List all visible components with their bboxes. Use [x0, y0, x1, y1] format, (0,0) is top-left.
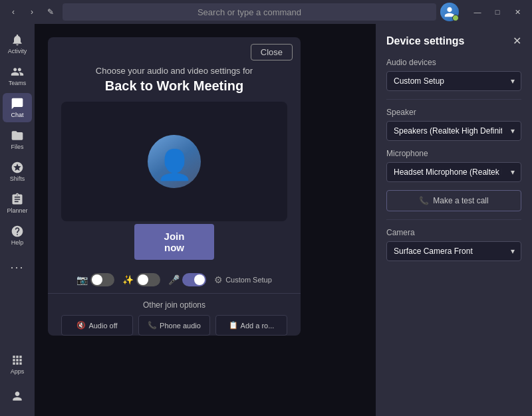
microphone-label: Microphone: [386, 149, 521, 158]
edit-button[interactable]: ✎: [43, 4, 59, 20]
sidebar-label-chat: Chat: [11, 112, 23, 118]
camera-section: Camera Surface Camera Front None Virtual…: [386, 228, 521, 261]
content-area: Close Choose your audio and video settin…: [35, 24, 532, 416]
mic-icon: 🎤: [168, 274, 180, 285]
join-options-row: 🔇 Audio off 📞 Phone audio 📋 Add a ro...: [61, 315, 287, 336]
camera-select[interactable]: Surface Camera Front None Virtual Camera: [386, 241, 521, 261]
video-control: 📷: [76, 273, 114, 286]
device-settings-header: Device settings ✕: [386, 35, 521, 47]
sidebar-item-chat[interactable]: Chat: [3, 93, 32, 122]
modal-title: Back to Work Meeting: [61, 78, 287, 94]
sidebar-item-teams[interactable]: Teams: [3, 61, 32, 90]
divider-1: [386, 99, 521, 100]
speaker-label: Speaker: [386, 108, 521, 117]
audio-devices-section: Audio devices Custom Setup Default Heads…: [386, 58, 521, 91]
audio-off-button[interactable]: 🔇 Audio off: [61, 315, 133, 336]
sidebar-item-shifts[interactable]: Shifts: [3, 157, 32, 186]
effects-icon: ✨: [122, 274, 134, 285]
sidebar-label-activity: Activity: [8, 48, 27, 54]
custom-setup-label: Custom Setup: [225, 276, 272, 284]
audio-devices-label: Audio devices: [386, 58, 521, 67]
sidebar-label-shifts: Shifts: [10, 175, 25, 182]
sidebar-item-apps[interactable]: Apps: [3, 350, 32, 379]
sidebar-label-help: Help: [11, 239, 24, 246]
sidebar: Activity Teams Chat Files Shifts Planner…: [0, 24, 35, 416]
avatar-person-icon: 👤: [156, 150, 193, 179]
add-room-icon: 📋: [229, 321, 238, 330]
camera-label: Camera: [386, 228, 521, 237]
more-icon: ···: [10, 260, 24, 274]
audio-off-icon: 🔇: [76, 321, 86, 330]
speaker-section: Speaker Speakers (Realtek High Definitio…: [386, 108, 521, 141]
video-toggle[interactable]: [90, 273, 114, 286]
device-settings-panel: Device settings ✕ Audio devices Custom S…: [376, 24, 532, 416]
avatar-circle: 👤: [148, 135, 201, 188]
mic-control: 🎤: [168, 273, 206, 286]
join-now-button[interactable]: Join now: [134, 224, 214, 260]
sidebar-label-files: Files: [11, 144, 23, 150]
minimize-button[interactable]: —: [468, 3, 487, 21]
search-input[interactable]: [63, 3, 436, 21]
microphone-section: Microphone Headset Microphone (Realtek H…: [386, 149, 521, 182]
close-device-settings-button[interactable]: ✕: [513, 35, 521, 47]
sidebar-item-planner[interactable]: Planner: [3, 189, 32, 218]
camera-select-wrapper: Surface Camera Front None Virtual Camera: [386, 241, 521, 261]
effects-toggle[interactable]: [136, 273, 160, 286]
microphone-select[interactable]: Headset Microphone (Realtek High D... De…: [386, 162, 521, 182]
sidebar-label-apps: Apps: [11, 368, 25, 375]
speaker-select[interactable]: Speakers (Realtek High Definition Au... …: [386, 121, 521, 141]
make-test-call-button[interactable]: 📞 Make a test call: [386, 190, 521, 211]
main-layout: Activity Teams Chat Files Shifts Planner…: [0, 24, 532, 416]
speaker-select-wrapper: Speakers (Realtek High Definition Au... …: [386, 121, 521, 141]
sidebar-item-account[interactable]: [3, 381, 32, 411]
sidebar-label-planner: Planner: [7, 207, 27, 214]
forward-button[interactable]: ›: [24, 4, 40, 20]
mic-toggle[interactable]: [182, 273, 206, 286]
settings-icon: ⚙: [214, 274, 223, 285]
titlebar: ‹ › ✎ — □ ✕: [0, 0, 532, 24]
divider-2: [386, 219, 521, 220]
close-modal-button[interactable]: Close: [251, 44, 293, 60]
close-window-button[interactable]: ✕: [508, 3, 527, 21]
modal-subtitle: Choose your audio and video settings for: [61, 66, 287, 76]
sidebar-item-files[interactable]: Files: [3, 125, 32, 154]
sidebar-item-activity[interactable]: Activity: [3, 29, 32, 58]
join-section: Join now: [48, 221, 301, 266]
phone-icon: 📞: [148, 321, 157, 330]
controls-bar: 📷 ✨ 🎤: [48, 266, 301, 293]
window-controls: — □ ✕: [468, 3, 527, 21]
back-button[interactable]: ‹: [5, 4, 21, 20]
add-room-button[interactable]: 📋 Add a ro...: [215, 315, 287, 336]
audio-devices-select-wrapper: Custom Setup Default Headset: [386, 71, 521, 91]
titlebar-nav-controls: ‹ › ✎: [5, 4, 59, 20]
other-join-section: Other join options 🔇 Audio off 📞 Phone a…: [48, 293, 301, 336]
microphone-select-wrapper: Headset Microphone (Realtek High D... De…: [386, 162, 521, 182]
video-preview: 👤: [61, 102, 287, 221]
phone-test-icon: 📞: [419, 196, 429, 205]
join-meeting-modal: Close Choose your audio and video settin…: [48, 37, 301, 336]
audio-devices-select[interactable]: Custom Setup Default Headset: [386, 71, 521, 91]
sidebar-item-more[interactable]: ···: [3, 253, 32, 282]
device-settings-title: Device settings: [386, 35, 464, 47]
modal-title-area: Choose your audio and video settings for…: [48, 60, 301, 102]
custom-setup-control: ⚙ Custom Setup: [214, 274, 272, 285]
modal-header: Close: [48, 37, 301, 60]
avatar[interactable]: [440, 3, 459, 21]
effects-control: ✨: [122, 273, 160, 286]
maximize-button[interactable]: □: [488, 3, 507, 21]
other-join-title: Other join options: [61, 300, 287, 310]
video-off-icon: 📷: [76, 274, 88, 285]
phone-audio-button[interactable]: 📞 Phone audio: [138, 315, 210, 336]
sidebar-item-help[interactable]: Help: [3, 221, 32, 250]
sidebar-label-teams: Teams: [9, 80, 27, 86]
